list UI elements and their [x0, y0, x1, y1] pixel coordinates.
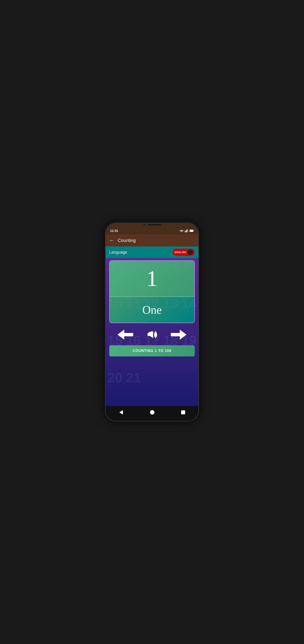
number-display: 1: [110, 261, 194, 297]
battery-icon: [189, 229, 194, 232]
prev-button[interactable]: [118, 328, 133, 342]
svg-rect-2: [186, 230, 187, 232]
nav-recents-button[interactable]: [176, 409, 190, 417]
next-button[interactable]: [171, 328, 186, 342]
speaker-grille: [148, 224, 161, 226]
svg-rect-5: [193, 230, 194, 231]
counting-button[interactable]: COUNTING 1 TO 100: [109, 345, 195, 356]
svg-marker-8: [148, 331, 153, 338]
svg-rect-6: [189, 230, 190, 232]
wifi-icon: [180, 229, 184, 232]
camera-dot: [143, 224, 146, 226]
nav-home-icon: [150, 410, 155, 415]
speaker-icon: [145, 328, 159, 341]
back-button[interactable]: ←: [109, 238, 114, 243]
app-bar: ← Counting: [106, 234, 198, 246]
number-card: 1 One: [109, 260, 195, 323]
nav-home-button[interactable]: [145, 409, 159, 417]
toggle-circle: [188, 250, 193, 255]
language-bar: Language ENGLISH: [106, 246, 198, 258]
svg-point-11: [150, 410, 154, 414]
app-title: Counting: [118, 238, 136, 243]
nav-back-button[interactable]: [114, 409, 128, 417]
svg-rect-1: [186, 230, 186, 232]
nav-recents-icon: [181, 410, 186, 415]
bottom-nav: [106, 406, 198, 421]
status-bar: 11:31: [106, 227, 198, 234]
nav-controls: [109, 323, 195, 345]
svg-marker-7: [118, 330, 133, 340]
svg-marker-9: [171, 330, 186, 340]
right-arrow-icon: [171, 328, 186, 341]
number-value: 1: [146, 268, 158, 290]
nav-back-icon: [118, 410, 124, 415]
language-label: Language: [109, 250, 127, 255]
svg-rect-12: [181, 410, 185, 414]
phone-frame: 11:31: [105, 222, 199, 422]
svg-rect-0: [185, 231, 185, 232]
main-content: 23456 7891011 1213141516 1718192021 1 On…: [106, 258, 198, 406]
word-display: One: [110, 297, 194, 323]
word-value: One: [142, 303, 162, 316]
status-icons: [180, 229, 194, 232]
speaker-button[interactable]: [145, 328, 159, 342]
svg-marker-10: [119, 410, 123, 414]
phone-inner: 11:31: [106, 223, 198, 421]
svg-rect-3: [187, 229, 188, 232]
language-toggle[interactable]: ENGLISH: [172, 249, 195, 256]
camera-area: [106, 223, 198, 227]
left-arrow-icon: [118, 328, 133, 341]
signal-icon: [185, 229, 188, 232]
toggle-text: ENGLISH: [175, 251, 186, 254]
status-time: 11:31: [110, 229, 118, 232]
